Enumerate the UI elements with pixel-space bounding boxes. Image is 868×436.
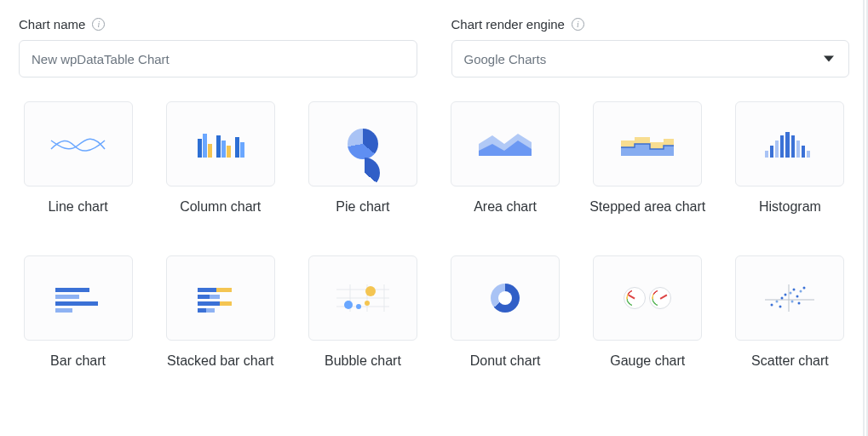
chart-type-grid: Line chart Column chart Pie chart <box>19 101 849 370</box>
svg-point-38 <box>365 301 370 306</box>
chart-name-input[interactable] <box>19 40 417 77</box>
bubble-chart-icon <box>333 281 393 315</box>
chart-type-donut[interactable] <box>451 255 560 341</box>
render-engine-label: Chart render engine <box>451 17 565 32</box>
svg-rect-9 <box>770 146 773 158</box>
chart-type-label: Bubble chart <box>325 353 401 370</box>
svg-point-47 <box>796 295 799 297</box>
svg-point-46 <box>793 288 796 290</box>
svg-rect-14 <box>796 141 800 158</box>
svg-rect-10 <box>775 141 779 158</box>
chart-type-stepped-area[interactable] <box>593 101 702 186</box>
svg-rect-28 <box>206 308 215 313</box>
stacked-bar-chart-icon <box>191 281 250 315</box>
area-chart-icon <box>475 127 535 161</box>
line-chart-icon <box>49 127 108 161</box>
chart-type-bar[interactable] <box>24 255 133 341</box>
svg-rect-3 <box>216 135 221 158</box>
chart-type-gauge[interactable] <box>593 255 702 341</box>
svg-rect-26 <box>220 301 232 306</box>
svg-rect-2 <box>208 144 212 158</box>
svg-point-36 <box>356 304 361 309</box>
svg-rect-20 <box>55 308 72 313</box>
svg-rect-12 <box>785 132 790 158</box>
chart-type-pie[interactable] <box>308 101 417 186</box>
chart-config-form: Chart name i Chart render engine i <box>19 17 849 77</box>
render-engine-select[interactable] <box>451 40 850 77</box>
info-icon[interactable]: i <box>92 18 105 31</box>
bar-chart-icon <box>49 281 108 315</box>
chart-name-group: Chart name i <box>19 17 417 77</box>
svg-rect-8 <box>765 151 768 158</box>
svg-rect-21 <box>198 288 216 292</box>
stepped-area-chart-icon <box>618 127 677 161</box>
svg-point-52 <box>798 301 801 304</box>
svg-rect-19 <box>55 301 98 306</box>
chart-type-label: Column chart <box>180 198 261 216</box>
svg-rect-22 <box>216 288 232 292</box>
pie-chart-icon <box>348 129 378 159</box>
gauge-chart-icon <box>624 287 671 309</box>
chart-type-label: Area chart <box>474 198 537 216</box>
chart-type-label: Donut chart <box>470 353 541 370</box>
svg-rect-18 <box>55 295 79 299</box>
svg-point-35 <box>344 301 353 309</box>
donut-chart-icon <box>491 284 520 313</box>
svg-rect-27 <box>198 308 206 313</box>
histogram-icon <box>760 127 819 161</box>
svg-rect-0 <box>198 139 202 158</box>
svg-rect-6 <box>235 137 239 158</box>
chart-type-label: Bar chart <box>50 353 106 370</box>
svg-point-48 <box>800 290 802 292</box>
svg-rect-4 <box>221 141 226 158</box>
svg-point-49 <box>803 286 806 289</box>
chart-type-histogram[interactable] <box>735 101 844 186</box>
svg-point-44 <box>785 293 787 295</box>
svg-rect-1 <box>203 134 207 158</box>
svg-rect-15 <box>802 146 805 158</box>
svg-rect-13 <box>791 135 795 158</box>
svg-point-50 <box>779 305 782 307</box>
chart-type-scatter[interactable] <box>735 255 844 341</box>
svg-rect-17 <box>55 288 89 292</box>
svg-rect-25 <box>198 301 220 306</box>
render-engine-group: Chart render engine i <box>451 17 850 77</box>
chart-type-label: Line chart <box>48 198 107 216</box>
chart-type-stacked-bar[interactable] <box>166 255 275 341</box>
svg-rect-24 <box>210 295 220 299</box>
chart-type-line[interactable] <box>24 101 133 186</box>
info-icon[interactable]: i <box>572 18 584 31</box>
chart-type-bubble[interactable] <box>308 255 417 341</box>
svg-point-43 <box>781 296 784 299</box>
chart-type-label: Stacked bar chart <box>167 353 273 370</box>
chart-type-label: Stepped area chart <box>589 198 705 216</box>
column-chart-icon <box>191 127 250 161</box>
svg-point-42 <box>776 300 779 302</box>
chart-type-label: Scatter chart <box>751 353 829 370</box>
svg-point-37 <box>365 286 376 296</box>
svg-rect-23 <box>198 295 210 299</box>
svg-rect-7 <box>240 142 244 158</box>
svg-rect-11 <box>780 135 784 158</box>
chart-type-label: Histogram <box>759 198 821 216</box>
chart-name-label: Chart name <box>19 17 85 32</box>
svg-point-51 <box>791 300 794 302</box>
svg-rect-16 <box>807 151 810 158</box>
scatter-chart-icon <box>760 281 819 315</box>
panel-right-edge <box>863 0 868 436</box>
chart-type-label: Gauge chart <box>610 353 685 370</box>
svg-rect-5 <box>227 146 231 158</box>
svg-point-45 <box>790 291 792 294</box>
chart-type-label: Pie chart <box>336 198 389 216</box>
chart-type-area[interactable] <box>451 101 560 186</box>
chart-type-column[interactable] <box>166 101 275 186</box>
svg-point-41 <box>771 303 773 306</box>
